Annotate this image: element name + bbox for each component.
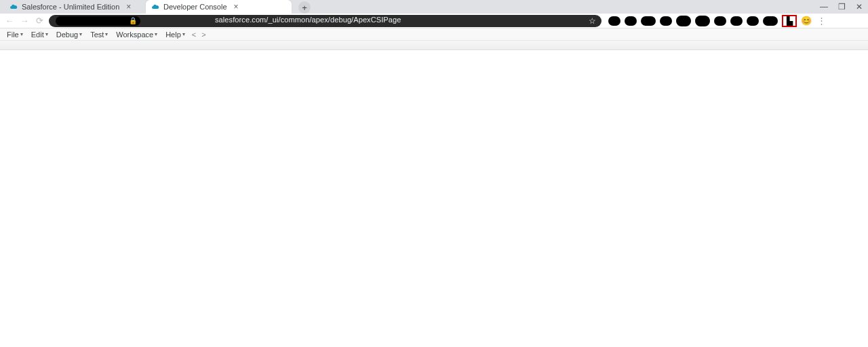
- close-icon[interactable]: ×: [126, 2, 131, 12]
- extension-icon[interactable]: [641, 16, 656, 26]
- extension-icon[interactable]: [747, 16, 759, 26]
- extension-glyph-icon: ▙: [787, 16, 793, 26]
- tab-title: Salesforce - Unlimited Edition: [22, 3, 119, 11]
- extension-icon[interactable]: [660, 16, 672, 26]
- extensions-row: ▙ 😊 ⋮: [608, 15, 826, 27]
- window-maximize-button[interactable]: ❐: [837, 2, 846, 12]
- cloud-icon: [151, 3, 159, 11]
- redacted-origin: [56, 16, 140, 26]
- url-text: salesforce.com/_ui/common/apex/debug/Ape…: [215, 16, 401, 24]
- extension-icon[interactable]: [714, 16, 726, 26]
- menu-workspace[interactable]: Workspace▾: [112, 30, 161, 39]
- bookmark-star-icon[interactable]: ☆: [589, 16, 596, 26]
- tab-title: Developer Console: [163, 3, 227, 11]
- new-tab-button[interactable]: +: [298, 1, 311, 14]
- nav-next-button[interactable]: >: [199, 30, 208, 39]
- extension-icon[interactable]: [625, 16, 637, 26]
- tab-salesforce[interactable]: Salesforce - Unlimited Edition ×: [4, 0, 143, 14]
- highlighted-extension[interactable]: ▙: [782, 15, 797, 27]
- extension-icon[interactable]: [763, 16, 778, 26]
- devconsole-menubar: File▾ Edit▾ Debug▾ Test▾ Workspace▾ Help…: [0, 28, 868, 41]
- menu-help[interactable]: Help▾: [161, 30, 189, 39]
- caret-down-icon: ▾: [155, 31, 157, 37]
- caret-down-icon: ▾: [20, 31, 23, 37]
- menu-label: Edit: [31, 30, 44, 39]
- lock-icon: 🔒: [129, 17, 137, 24]
- extension-icon[interactable]: [676, 16, 691, 26]
- menu-edit[interactable]: Edit▾: [27, 30, 52, 39]
- cloud-icon: [9, 3, 18, 11]
- nav-prev-button[interactable]: <: [189, 30, 199, 39]
- caret-down-icon: ▾: [45, 31, 48, 37]
- extension-icon[interactable]: [695, 16, 710, 26]
- menu-label: File: [7, 30, 19, 39]
- window-minimize-button[interactable]: —: [819, 2, 829, 12]
- menu-label: Help: [165, 30, 181, 39]
- menu-label: Test: [90, 30, 104, 39]
- browser-toolbar: ← → ⟳ 🔒 salesforce.com/_ui/common/apex/d…: [0, 14, 868, 28]
- reload-button[interactable]: ⟳: [34, 16, 45, 26]
- browser-menu-icon[interactable]: ⋮: [817, 16, 826, 26]
- toolbar-separator: [0, 41, 868, 50]
- caret-down-icon: ▾: [182, 31, 185, 37]
- tab-developer-console[interactable]: Developer Console ×: [146, 0, 292, 14]
- address-bar[interactable]: 🔒 salesforce.com/_ui/common/apex/debug/A…: [49, 15, 601, 27]
- menu-label: Workspace: [116, 30, 153, 39]
- menu-debug[interactable]: Debug▾: [52, 30, 86, 39]
- close-icon[interactable]: ×: [234, 2, 239, 12]
- devconsole-content: [0, 50, 868, 347]
- back-button[interactable]: ←: [4, 16, 15, 26]
- extension-icon[interactable]: [730, 16, 743, 26]
- menu-test[interactable]: Test▾: [86, 30, 112, 39]
- caret-down-icon: ▾: [79, 31, 82, 37]
- extension-icon[interactable]: [608, 16, 620, 26]
- menu-label: Debug: [56, 30, 78, 39]
- window-close-button[interactable]: ✕: [854, 2, 864, 12]
- profile-avatar-icon[interactable]: 😊: [801, 16, 812, 26]
- forward-button[interactable]: →: [19, 16, 30, 26]
- plus-icon: +: [302, 3, 307, 13]
- menu-file[interactable]: File▾: [3, 30, 27, 39]
- caret-down-icon: ▾: [105, 31, 108, 37]
